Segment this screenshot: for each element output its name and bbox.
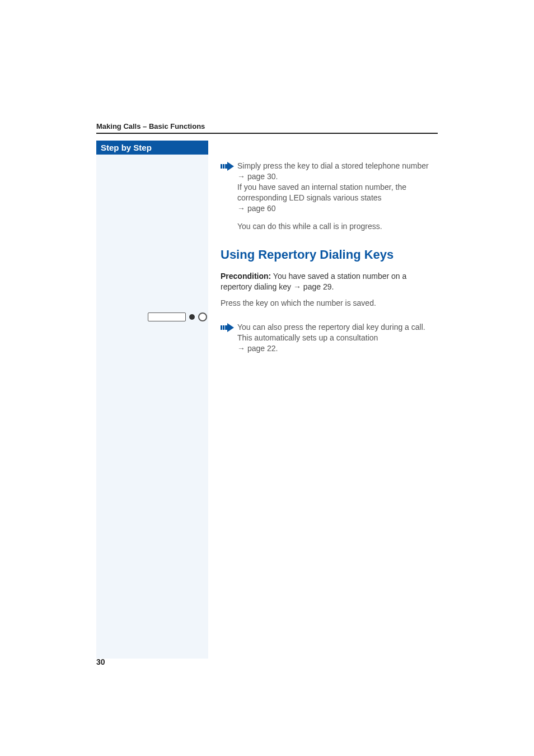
- section-heading: Using Repertory Dialing Keys: [221, 248, 438, 262]
- sidebar: Step by Step: [96, 141, 208, 659]
- note-arrow-icon: [221, 323, 234, 335]
- sidebar-body: [96, 155, 208, 659]
- note-arrow-icon: [221, 162, 234, 174]
- precondition-label: Precondition:: [221, 272, 271, 281]
- note-1-ref2: → page 60: [237, 204, 276, 213]
- svg-rect-1: [223, 164, 224, 169]
- note-2-line1: You can also press the repertory dial ke…: [237, 323, 425, 342]
- svg-marker-3: [227, 162, 234, 171]
- repertory-key-illustration: [148, 312, 207, 321]
- chapter-title: Making Calls – Basic Functions: [96, 122, 438, 130]
- note-2-text: You can also press the repertory dial ke…: [237, 322, 438, 354]
- note-1-line2: If you have saved an internal station nu…: [237, 183, 406, 202]
- note-2-ref: → page 22.: [237, 344, 278, 353]
- step-by-step-header: Step by Step: [96, 141, 208, 155]
- svg-marker-7: [227, 323, 234, 332]
- led-on-icon: [189, 314, 195, 320]
- note-block-1: Simply press the key to dial a stored te…: [221, 161, 438, 213]
- divider: [96, 133, 438, 134]
- svg-rect-6: [225, 325, 227, 330]
- precondition-ref: → page 29.: [293, 282, 334, 291]
- precondition-para: Precondition: You have saved a station n…: [221, 271, 438, 292]
- note-1-line1: Simply press the key to dial a stored te…: [237, 161, 429, 170]
- led-off-icon: [198, 312, 207, 321]
- svg-rect-4: [221, 325, 222, 330]
- instruction-text: Press the key on which the number is sav…: [221, 298, 438, 309]
- svg-rect-0: [221, 164, 222, 169]
- note-1-text: Simply press the key to dial a stored te…: [237, 161, 438, 213]
- page-number: 30: [96, 657, 105, 666]
- note-block-2: You can also press the repertory dial ke…: [221, 322, 438, 354]
- main-content: Simply press the key to dial a stored te…: [221, 141, 438, 659]
- note-1-after: You can do this while a call is in progr…: [237, 221, 438, 232]
- note-1-ref1: → page 30.: [237, 172, 278, 181]
- svg-rect-2: [225, 164, 227, 169]
- svg-rect-5: [223, 325, 224, 330]
- key-outline-icon: [148, 312, 186, 321]
